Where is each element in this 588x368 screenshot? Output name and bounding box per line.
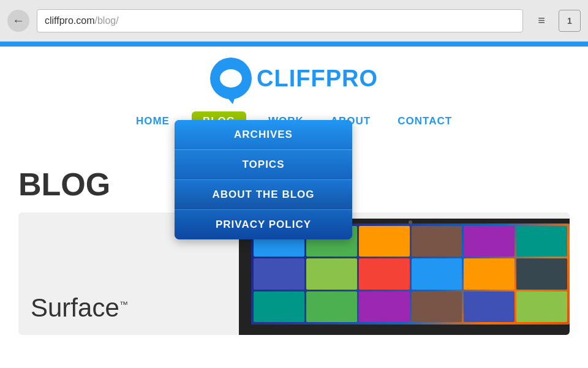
logo-chat-icon (220, 69, 242, 88)
hamburger-button[interactable]: ≡ (530, 10, 552, 32)
dropdown-item-archives[interactable]: ARCHIVES (175, 120, 352, 150)
surface-text: Surface™ (31, 293, 128, 323)
camera-dot (409, 220, 412, 224)
back-icon: ← (12, 13, 24, 28)
dropdown-item-privacy[interactable]: PRIVACY POLICY (175, 210, 352, 239)
nav-home[interactable]: HOME (131, 113, 175, 130)
tile-3 (359, 226, 410, 257)
tile-5 (464, 226, 514, 257)
site-content: CLIFFPRO HOME BLOG WORK ABOUT CONTACT AR… (0, 47, 588, 368)
tile-7 (254, 258, 304, 289)
browser-chrome: ← cliffpro.com/blog/ ≡ 1 (0, 0, 588, 42)
tile-8 (306, 258, 357, 289)
blog-dropdown: ARCHIVES TOPICS ABOUT THE BLOG PRIVACY P… (175, 120, 352, 239)
tile-11 (464, 258, 514, 289)
back-button[interactable]: ← (7, 10, 29, 32)
tile-6 (516, 226, 567, 257)
url-path: /blog/ (95, 15, 119, 26)
nav-contact[interactable]: CONTACT (393, 113, 457, 130)
tile-18 (516, 291, 567, 322)
tile-17 (464, 291, 514, 322)
tile-15 (359, 291, 410, 322)
logo-bubble (210, 58, 252, 99)
tabs-count: 1 (567, 16, 572, 26)
blue-strip (0, 42, 588, 47)
dropdown-item-about-blog[interactable]: ABOUT THE BLOG (175, 180, 352, 210)
site-logo-text: CLIFFPRO (257, 66, 378, 92)
address-bar[interactable]: cliffpro.com/blog/ (37, 9, 523, 32)
tile-16 (412, 291, 462, 322)
tile-4 (412, 226, 462, 257)
tile-9 (359, 258, 410, 289)
hamburger-icon: ≡ (538, 13, 545, 28)
logo-area: CLIFFPRO (210, 58, 378, 99)
tile-10 (412, 258, 462, 289)
browser-icons: ≡ 1 (530, 10, 581, 32)
tile-14 (306, 291, 357, 322)
tile-13 (254, 291, 304, 322)
dropdown-item-topics[interactable]: TOPICS (175, 150, 352, 180)
tile-12 (516, 258, 567, 289)
url-main: cliffpro.com (45, 15, 95, 26)
tabs-button[interactable]: 1 (559, 10, 581, 32)
